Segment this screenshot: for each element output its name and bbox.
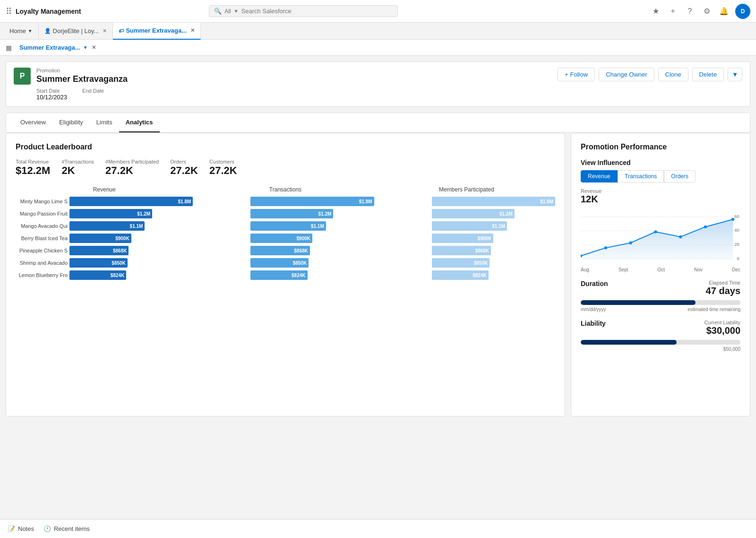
bar-item: $1.1M	[378, 221, 555, 231]
stat-total-revenue-value: $12.2M	[16, 165, 50, 176]
duration-row: Duration Elapsed Time 47 days	[581, 280, 740, 296]
elapsed-value: 47 days	[706, 286, 740, 296]
end-date-field: End Date	[82, 88, 104, 101]
tab-dorje[interactable]: 👤 DorjeElite | Loy... ✕	[39, 23, 113, 40]
search-all-label[interactable]: All	[224, 8, 231, 15]
revenue-chart-label: Revenue	[581, 188, 740, 194]
bar-track: $1.2M	[69, 209, 193, 218]
search-bar[interactable]: 🔍 All ▼	[209, 5, 398, 17]
duration-progress-labels: mm/dd/yyyy estimated time remaining	[581, 307, 740, 312]
follow-button[interactable]: + Follow	[558, 68, 595, 81]
add-icon[interactable]: ＋	[667, 6, 679, 17]
bar-fill: $1.1M	[432, 221, 507, 231]
record-icon: P	[14, 68, 31, 85]
notifications-icon[interactable]: 🔔	[718, 6, 730, 17]
bar-item: $1.1M	[197, 221, 374, 231]
svg-text:20: 20	[734, 242, 739, 247]
tab-dorje-label: DorjeElite | Loy...	[53, 27, 99, 35]
delete-button[interactable]: Delete	[692, 68, 724, 81]
start-date-field: Start Date 10/12/2023	[36, 88, 67, 101]
left-panel: Product Leaderboard Total Revenue $12.2M…	[6, 133, 565, 417]
bar-track: $824K	[432, 270, 555, 280]
chart-title-2: Members Participated	[378, 186, 555, 193]
tab-summer[interactable]: 🏷 Summer Extravaga... ✕	[113, 23, 201, 40]
all-chevron[interactable]: ▼	[234, 9, 239, 14]
chart-title-0: Revenue	[16, 186, 193, 193]
subtab-chevron[interactable]: ▼	[83, 45, 88, 50]
duration-progress-fill	[581, 300, 696, 305]
bar-track: $1.1M	[250, 221, 374, 231]
record-name: Summer Extravaganza	[36, 74, 128, 84]
favorites-icon[interactable]: ★	[650, 6, 662, 17]
bar-track: $850K	[250, 258, 374, 268]
current-liability-value: $30,000	[704, 325, 740, 336]
bar-track: $1.1M	[69, 221, 193, 231]
duration-end-label: estimated time remaining	[687, 307, 740, 312]
bar-item: Shrimp and Avacado$850K	[16, 258, 193, 268]
svg-point-13	[679, 235, 682, 238]
bar-label: Minty Mango Lime S	[16, 199, 68, 204]
stats-row: Total Revenue $12.2M #Transactions 2K #M…	[16, 159, 555, 177]
tab-overview[interactable]: Overview	[14, 113, 52, 132]
bar-track: $900K	[250, 234, 374, 243]
bar-track: $868K	[432, 246, 555, 255]
tab-home[interactable]: Home ▼	[4, 23, 39, 40]
bar-fill: $1.2M	[250, 209, 333, 218]
home-chevron[interactable]: ▼	[28, 28, 33, 34]
tab-summer-label: Summer Extravaga...	[126, 27, 187, 34]
tab-summer-close[interactable]: ✕	[190, 27, 195, 34]
tab-dorje-close[interactable]: ✕	[103, 28, 107, 34]
toggle-transactions[interactable]: Transactions	[618, 170, 664, 182]
subtab-summer-close[interactable]: ✕	[92, 44, 96, 51]
record-details: Promotion Summer Extravaganza Start Date…	[36, 68, 128, 101]
bar-item: Mango Passion Fruit$1.2M	[16, 209, 193, 218]
record-actions: + Follow Change Owner Clone Delete ▼	[558, 68, 742, 81]
settings-icon[interactable]: ⚙	[701, 6, 713, 17]
elapsed-label: Elapsed Time	[706, 280, 740, 286]
help-icon[interactable]: ?	[684, 6, 696, 17]
tab-summer-icon: 🏷	[119, 28, 124, 34]
x-label-nov: Nov	[694, 267, 703, 272]
stat-orders: Orders 27.2K	[170, 159, 198, 177]
bar-item: Mango Avacado Qui$1.1M	[16, 221, 193, 231]
bar-fill: $1.1M	[250, 221, 326, 231]
bar-item: $824K	[197, 270, 374, 280]
toggle-orders[interactable]: Orders	[664, 170, 696, 182]
bar-label: Shrimp and Avacado	[16, 260, 68, 266]
stat-transactions: #Transactions 2K	[61, 159, 94, 177]
stat-orders-value: 27.2K	[170, 165, 198, 176]
subtab-summer-label: Summer Extravaga...	[19, 44, 80, 51]
tab-bar: Home ▼ 👤 DorjeElite | Loy... ✕ 🏷 Summer …	[0, 23, 756, 40]
x-label-dec: Dec	[732, 267, 740, 272]
record-type: Promotion	[36, 68, 128, 73]
tab-limits[interactable]: Limits	[90, 113, 119, 132]
svg-point-10	[604, 246, 607, 249]
toggle-revenue[interactable]: Revenue	[581, 170, 618, 182]
tab-analytics[interactable]: Analytics	[119, 113, 160, 132]
stat-orders-label: Orders	[170, 159, 198, 165]
start-date-label: Start Date	[36, 88, 67, 94]
user-avatar[interactable]: D	[735, 4, 750, 19]
liability-max-label: $50,000	[723, 347, 740, 352]
bar-label: Berry Blast Iced Tea	[16, 235, 68, 241]
subtab-summer[interactable]: Summer Extravaga... ▼ ✕	[15, 40, 101, 56]
stat-transactions-label: #Transactions	[61, 159, 94, 165]
toggle-buttons: Revenue Transactions Orders	[581, 170, 740, 182]
search-input[interactable]	[241, 8, 393, 15]
nav-icons: ★ ＋ ? ⚙ 🔔 D	[650, 4, 750, 19]
tab-eligibility[interactable]: Eligibility	[52, 113, 90, 132]
bar-item: $1.8M	[378, 197, 555, 206]
change-owner-button[interactable]: Change Owner	[599, 68, 654, 81]
more-actions-button[interactable]: ▼	[728, 68, 742, 81]
page-tabs: Overview Eligibility Limits Analytics	[6, 113, 750, 133]
leaderboard-title: Product Leaderboard	[16, 143, 555, 151]
bar-fill: $824K	[432, 270, 489, 280]
stat-customers-label: Customers	[209, 159, 237, 165]
bar-label: Lemon Blueberry Fro	[16, 272, 68, 278]
clone-button[interactable]: Clone	[658, 68, 688, 81]
right-panel: Promotion Performance View Influenced Re…	[571, 133, 750, 417]
record-info: P Promotion Summer Extravaganza Start Da…	[14, 68, 128, 101]
duration-progress-track	[581, 300, 740, 305]
app-grid-icon[interactable]: ⠿	[6, 6, 12, 17]
bar-fill: $824K	[250, 270, 307, 280]
